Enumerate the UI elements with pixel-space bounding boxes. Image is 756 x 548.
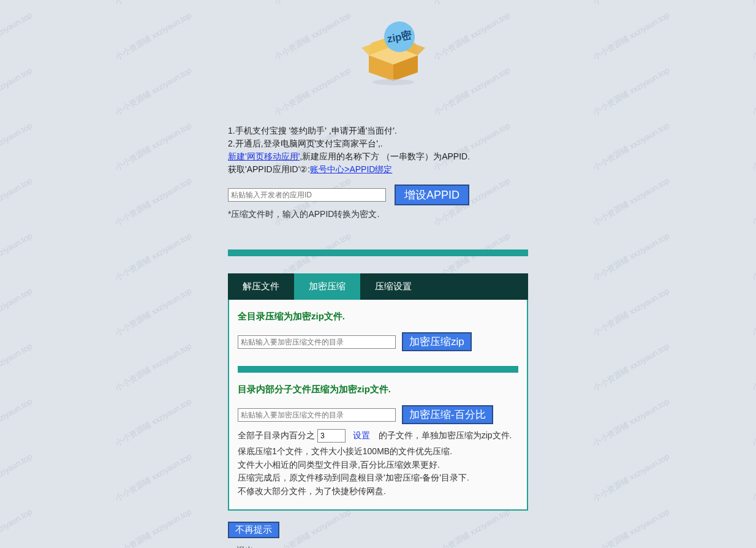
logo-box-icon: zip密: [259, 18, 528, 88]
tab-settings[interactable]: 压缩设置: [360, 273, 426, 300]
desc1: 保底压缩1个文件，文件大小接近100MB的文件优先压缩.: [238, 445, 518, 459]
panel-encrypt: 全目录压缩为加密zip文件. 加密压缩zip 目录内部分子文件压缩为加密zip文…: [228, 300, 528, 511]
svg-point-7: [372, 79, 414, 85]
section1-title: 全目录压缩为加密zip文件.: [238, 311, 518, 322]
intro-line3-mid: ,新建应用的名称下方 （一串数字）为APPID.: [300, 151, 470, 161]
exit-link[interactable]: 退出: [236, 546, 254, 548]
tab-extract[interactable]: 解压文件: [228, 273, 294, 300]
divider-bar-2: [238, 366, 518, 373]
intro-line2: 2.开通后,登录电脑网页'支付宝商家平台',.: [228, 137, 528, 150]
appid-input[interactable]: [228, 188, 386, 202]
link-appid-bind[interactable]: 账号中心>APPID绑定: [310, 164, 392, 174]
add-appid-button[interactable]: 增设APPID: [395, 185, 469, 205]
desc4: 不修改大部分文件，为了快捷秒传网盘.: [238, 485, 518, 498]
set-button[interactable]: 设置: [353, 430, 370, 440]
intro-text: 1.手机支付宝搜 '签约助手' ,申请开通'当面付'. 2.开通后,登录电脑网页…: [228, 124, 528, 176]
percent-row-post: 的子文件，单独加密压缩为zip文件.: [379, 430, 512, 440]
intro-line1: 1.手机支付宝搜 '签约助手' ,申请开通'当面付'.: [228, 124, 528, 137]
appid-note: *压缩文件时，输入的APPID转换为密文.: [228, 209, 528, 220]
tab-bar: 解压文件 加密压缩 压缩设置: [228, 273, 528, 300]
percent-row-pre: 全部子目录内百分之: [238, 430, 315, 440]
intro-line4-pre: 获取'APPID应用ID'②:: [228, 164, 310, 174]
encrypt-zip-button[interactable]: 加密压缩zip: [402, 332, 472, 351]
link-new-app[interactable]: 新建'网页移动应用': [228, 151, 300, 161]
divider-bar: [228, 249, 528, 256]
percent-input[interactable]: [317, 429, 346, 443]
section2-title: 目录内部分子文件压缩为加密zip文件.: [238, 384, 518, 395]
no-prompt-button[interactable]: 不再提示: [228, 522, 279, 538]
desc3: 压缩完成后，原文件移动到同盘根目录'加密压缩-备份'目录下.: [238, 471, 518, 485]
tab-encrypt[interactable]: 加密压缩: [294, 273, 360, 300]
dir-input-2[interactable]: [238, 408, 396, 422]
desc-block: 保底压缩1个文件，文件大小接近100MB的文件优先压缩. 文件大小相近的同类型文…: [238, 445, 518, 498]
dir-input-1[interactable]: [238, 335, 396, 349]
desc2: 文件大小相近的同类型文件目录,百分比压缩效果更好.: [238, 459, 518, 472]
encrypt-percent-button[interactable]: 加密压缩-百分比: [402, 405, 493, 424]
